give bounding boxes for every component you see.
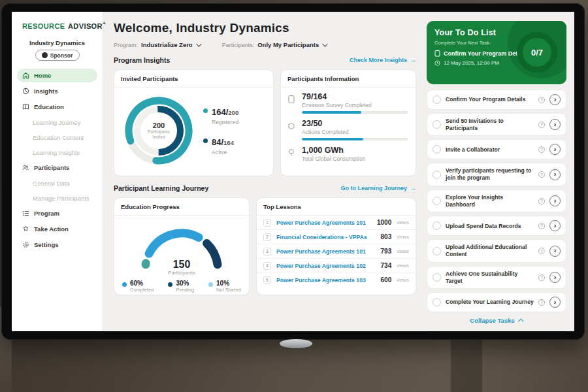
legend-value-sub: 164 — [223, 139, 234, 146]
task-row[interactable]: Send 50 Invitations to Participants ? › — [427, 113, 566, 136]
task-checkbox[interactable] — [433, 95, 441, 104]
task-checkbox[interactable] — [433, 171, 441, 179]
task-row[interactable]: Upload Spend Data Records ? › — [427, 216, 566, 236]
check-more-insights-link[interactable]: Check More Insights → — [350, 57, 416, 63]
program-filter-label: Program: — [114, 42, 138, 48]
task-checkbox[interactable] — [433, 197, 441, 205]
chevron-right-icon[interactable]: › — [549, 195, 561, 206]
help-icon[interactable]: ? — [538, 122, 545, 128]
task-checkbox[interactable] — [433, 120, 441, 129]
clipboard-icon — [434, 50, 440, 57]
task-label: Explore Your Insights Dashboard — [446, 194, 534, 208]
help-icon[interactable]: ? — [538, 299, 545, 306]
lesson-rank: 2 — [263, 233, 271, 241]
chevron-right-icon[interactable]: › — [549, 272, 561, 283]
org-name: Industry Dynamics — [17, 39, 97, 46]
legend-label: Registered — [212, 119, 238, 125]
chevron-right-icon[interactable]: › — [549, 169, 561, 180]
sidebar-item-manage-participants[interactable]: Manage Participants — [17, 191, 97, 205]
legend-label: Not Started — [216, 287, 241, 293]
donut-center-caption: Invited — [152, 135, 165, 140]
collapse-tasks-link[interactable]: Collapse Tasks — [427, 317, 566, 324]
section-title: Program Insights — [114, 56, 170, 64]
help-icon[interactable]: ? — [538, 198, 545, 204]
sidebar-item-label: Learning Journey — [33, 119, 80, 126]
chevron-right-icon[interactable]: › — [549, 119, 561, 130]
card-title: Education Progress — [114, 198, 249, 216]
page-title: Welcome, Industry Dynamics — [114, 21, 416, 35]
invited-participants-card: Invited Participants 200 Partic — [114, 69, 274, 176]
lesson-row: 1 Power Purchase Agreements 101 1000 vie… — [257, 216, 416, 230]
sidebar-item-settings[interactable]: Settings — [17, 238, 97, 252]
task-label: Upload Additional Educational Content — [446, 244, 534, 257]
sidebar-item-label: Take Action — [34, 225, 69, 233]
sidebar-item-education-content[interactable]: Education Content — [17, 131, 97, 144]
top-lessons-card: Top Lessons 1 Power Purchase Agreements … — [256, 197, 416, 295]
sidebar-item-label: Settings — [34, 241, 58, 248]
lesson-link[interactable]: Power Purchase Agreements 101 — [276, 220, 372, 226]
help-icon[interactable]: ? — [538, 171, 545, 178]
sidebar-item-learning-insights[interactable]: Learning Insights — [17, 146, 97, 159]
sidebar-item-insights[interactable]: Insights — [17, 84, 97, 98]
task-checkbox[interactable] — [433, 221, 441, 230]
sidebar-item-label: Participants — [34, 164, 69, 171]
sidebar-item-learning-journey[interactable]: Learning Journey — [17, 116, 97, 129]
sidebar-item-education[interactable]: Education — [17, 100, 97, 114]
chevron-right-icon[interactable]: › — [549, 220, 561, 231]
legend-pct: 30% — [176, 280, 194, 287]
task-row[interactable]: Complete Your Learning Journey ? › — [427, 292, 566, 312]
help-icon[interactable]: ? — [538, 274, 545, 281]
task-checkbox[interactable] — [433, 145, 441, 154]
arrow-right-icon: → — [410, 57, 416, 63]
help-icon[interactable]: ? — [538, 97, 545, 103]
lesson-link[interactable]: Power Purchase Agreements 102 — [276, 263, 376, 269]
help-icon[interactable]: ? — [538, 223, 545, 229]
learning-journey-header: Participant Learning Journey Go to Learn… — [114, 184, 416, 192]
sidebar-item-participants[interactable]: Participants — [17, 161, 97, 174]
todo-progress-value: 0/7 — [531, 48, 543, 57]
link-label: Go to Learning Journey — [340, 185, 407, 191]
progress-fill — [302, 138, 363, 140]
chevron-right-icon[interactable]: › — [549, 297, 561, 308]
task-row[interactable]: Explore Your Insights Dashboard ? › — [427, 189, 566, 212]
sidebar-item-label: Education — [34, 103, 64, 110]
task-row[interactable]: Invite a Collaborator ? › — [427, 139, 566, 159]
lesson-views-label: views — [397, 248, 409, 254]
participants-icon — [22, 164, 29, 171]
sidebar-item-general-data[interactable]: General Data — [17, 176, 97, 190]
sidebar-item-program[interactable]: Program — [17, 206, 97, 220]
lesson-views-label: views — [397, 234, 409, 240]
lesson-views-label: views — [397, 263, 409, 269]
sidebar-item-take-action[interactable]: Take Action — [17, 222, 97, 236]
resource-advisor-logo: RESOURCE ADVISOR+ — [17, 20, 97, 31]
legend-item-registered: 164/200 Registered — [203, 106, 238, 125]
task-label: Verify participants requesting to join t… — [446, 167, 534, 181]
task-row[interactable]: Upload Additional Educational Content ? … — [427, 239, 566, 262]
task-row[interactable]: Confirm Your Program Details ? › — [427, 90, 566, 110]
task-checkbox[interactable] — [433, 298, 441, 306]
lesson-views: 600 — [381, 276, 392, 284]
task-row[interactable]: Verify participants requesting to join t… — [427, 163, 566, 186]
lesson-link[interactable]: Financial Considerations - VPPAs — [276, 234, 376, 240]
stat-global-consumption: 1,000 GWh Total Global Consumption — [287, 146, 408, 165]
lesson-link[interactable]: Power Purchase Agreements 101 — [276, 248, 376, 255]
sidebar-item-label: Insights — [34, 88, 57, 95]
sidebar-item-home[interactable]: Home — [17, 69, 97, 82]
lesson-link[interactable]: Power Purchase Agreements 103 — [276, 277, 376, 284]
chevron-right-icon[interactable]: › — [549, 246, 561, 257]
task-row[interactable]: Achieve One Sustainability Target ? › — [427, 266, 566, 289]
go-to-learning-journey-link[interactable]: Go to Learning Journey → — [340, 185, 416, 191]
gauge-center-caption: Participants — [121, 270, 242, 276]
task-checkbox[interactable] — [433, 247, 441, 255]
help-icon[interactable]: ? — [538, 146, 545, 153]
monitor-stand — [280, 339, 312, 348]
task-checkbox[interactable] — [433, 273, 441, 282]
chevron-right-icon[interactable]: › — [549, 94, 561, 105]
participants-filter[interactable]: Participants: Only My Participants — [222, 41, 327, 48]
progress-fill — [302, 111, 361, 114]
lesson-rank: 1 — [263, 219, 271, 227]
chevron-right-icon[interactable]: › — [549, 144, 561, 155]
program-filter[interactable]: Program: Industrialize Zero — [114, 41, 200, 48]
invited-card-body: 200 Participants Invited 164/200 Registe… — [114, 88, 273, 167]
help-icon[interactable]: ? — [538, 248, 545, 254]
